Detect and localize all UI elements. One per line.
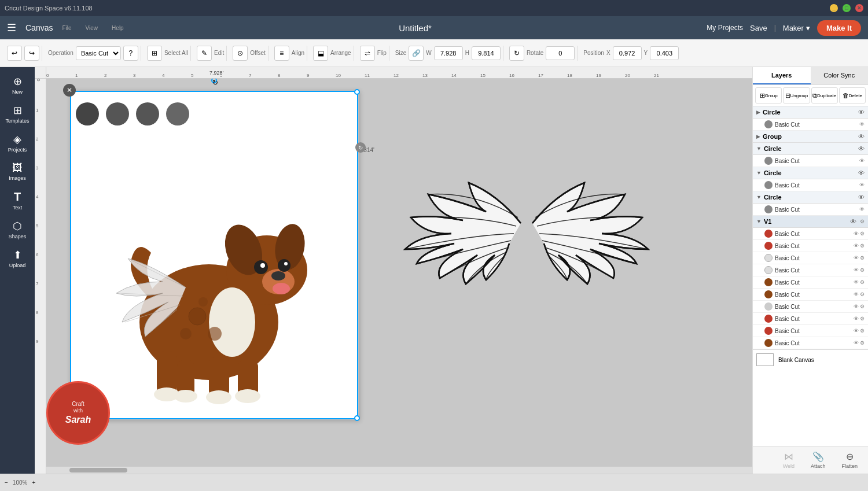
sidebar-item-shapes[interactable]: ⬡ Shapes	[2, 216, 32, 243]
canvas-rotate-handle[interactable]: ↻	[355, 142, 366, 153]
maximize-button[interactable]: □	[843, 4, 851, 12]
eye-icon-circle-3[interactable]: 👁	[858, 169, 865, 176]
eye-small-v1-5[interactable]: 👁	[854, 279, 859, 285]
eye-icon-circle-4[interactable]: 👁	[858, 194, 865, 201]
layer-group-circle-4[interactable]: ▼ Circle 👁	[753, 191, 868, 204]
layer-group-v1[interactable]: ▼ V1 👁 ⚙	[753, 216, 868, 228]
handle-rotate[interactable]: ↻	[211, 79, 217, 83]
position-x-input[interactable]	[613, 46, 642, 60]
arrange-button[interactable]: ⬓	[313, 46, 328, 61]
eye-small-v1-10[interactable]: 👁	[854, 340, 859, 346]
eye-small-icon-3[interactable]: 👁	[859, 182, 865, 188]
v1-extra-icon[interactable]: ⚙	[860, 219, 865, 224]
layer-item-circle-4-cut[interactable]: Basic Cut 👁	[753, 204, 868, 216]
gear-small-v1-3[interactable]: ⚙	[860, 255, 865, 261]
eye-small-v1-9[interactable]: 👁	[854, 328, 859, 334]
layer-item-v1-3[interactable]: Basic Cut 👁 ⚙	[753, 252, 868, 264]
eye-small-icon[interactable]: 👁	[859, 121, 865, 127]
zoom-out-button[interactable]: −	[5, 479, 8, 486]
layer-group-circle-2[interactable]: ▼ Circle 👁	[753, 143, 868, 155]
handle-bottom-right[interactable]	[354, 415, 360, 421]
layer-item-circle-1-cut[interactable]: Basic Cut 👁	[753, 119, 868, 131]
eye-small-icon-2[interactable]: 👁	[859, 158, 865, 164]
eye-small-v1-3[interactable]: 👁	[854, 255, 859, 261]
layer-item-v1-9[interactable]: Basic Cut 👁 ⚙	[753, 325, 868, 337]
sidebar-item-text[interactable]: T Text	[2, 187, 32, 214]
layer-group-circle-3[interactable]: ▼ Circle 👁	[753, 167, 868, 179]
flip-button[interactable]: ⇌	[360, 46, 375, 61]
tab-color-sync[interactable]: Color Sync	[811, 67, 869, 84]
gear-small-v1-5[interactable]: ⚙	[860, 279, 865, 285]
size-w-input[interactable]	[434, 46, 463, 60]
layer-group-group[interactable]: ▶ Group 👁	[753, 131, 868, 143]
gear-small-v1-10[interactable]: ⚙	[860, 340, 865, 346]
layer-item-v1-1[interactable]: Basic Cut 👁 ⚙	[753, 228, 868, 240]
sidebar-item-templates[interactable]: ⊞ Templates	[2, 101, 32, 127]
layer-item-v1-6[interactable]: Basic Cut 👁 ⚙	[753, 289, 868, 301]
canvas-area[interactable]: 0 1 2 3 4 5 6 7 8 9 10 11 12 13 14 15 16…	[35, 67, 752, 474]
gear-small-v1-9[interactable]: ⚙	[860, 328, 865, 334]
redo-button[interactable]: ↪	[24, 46, 39, 61]
edit-button[interactable]: ✎	[197, 46, 212, 61]
eye-icon-circle-2[interactable]: 👁	[858, 145, 865, 152]
undo-button[interactable]: ↩	[7, 46, 22, 61]
sidebar-item-images[interactable]: 🖼 Images	[2, 158, 32, 184]
layer-item-v1-10[interactable]: Basic Cut 👁 ⚙	[753, 337, 868, 349]
offset-button[interactable]: ⊙	[233, 46, 248, 61]
close-button[interactable]: ✕	[855, 4, 863, 12]
attach-button[interactable]: 📎 Attach	[805, 449, 832, 471]
layer-item-circle-3-cut[interactable]: Basic Cut 👁	[753, 179, 868, 191]
layer-item-v1-5[interactable]: Basic Cut 👁 ⚙	[753, 276, 868, 289]
eye-small-v1-2[interactable]: 👁	[854, 243, 859, 249]
weld-button[interactable]: ⋈ Weld	[777, 449, 800, 471]
gear-small-v1-7[interactable]: ⚙	[860, 304, 865, 309]
duplicate-button[interactable]: ⧉ Duplicate	[811, 87, 838, 104]
eye-small-icon-4[interactable]: 👁	[859, 206, 865, 212]
eye-small-v1-7[interactable]: 👁	[854, 304, 859, 309]
gear-small-v1-4[interactable]: ⚙	[860, 267, 865, 273]
eye-icon-v1[interactable]: 👁	[850, 218, 856, 225]
layer-item-v1-8[interactable]: Basic Cut 👁 ⚙	[753, 313, 868, 325]
maker-button[interactable]: Maker ▾	[783, 24, 810, 32]
nav-help[interactable]: Help	[112, 25, 124, 31]
rotate-icon-button[interactable]: ↻	[509, 46, 524, 61]
minimize-button[interactable]: _	[830, 4, 838, 12]
layer-group-circle-1[interactable]: ▶ Circle 👁	[753, 106, 868, 119]
size-h-input[interactable]	[472, 46, 501, 60]
ungroup-button[interactable]: ⊟ Ungroup	[783, 87, 810, 104]
handle-top-right[interactable]	[354, 89, 360, 95]
layer-item-v1-4[interactable]: Basic Cut 👁 ⚙	[753, 264, 868, 276]
sidebar-item-upload[interactable]: ⬆ Upload	[2, 245, 32, 272]
layers-list[interactable]: ▶ Circle 👁 Basic Cut 👁 ▶ Group 👁 ▼ Cir	[753, 106, 868, 446]
align-button[interactable]: ≡	[274, 46, 289, 61]
hamburger-menu[interactable]: ☰	[7, 21, 16, 34]
nav-file[interactable]: File	[62, 25, 71, 31]
canvas-close-button[interactable]: ✕	[63, 84, 76, 97]
operation-help-button[interactable]: ?	[123, 46, 138, 61]
eye-small-v1-8[interactable]: 👁	[854, 316, 859, 322]
eye-icon-circle-1[interactable]: 👁	[858, 109, 865, 116]
eye-icon-group[interactable]: 👁	[858, 133, 865, 140]
nav-view[interactable]: View	[86, 25, 98, 31]
zoom-in-button[interactable]: +	[32, 479, 35, 486]
position-y-input[interactable]	[650, 46, 679, 60]
sidebar-item-new[interactable]: ⊕ New	[2, 72, 32, 98]
sidebar-item-projects[interactable]: ◈ Projects	[2, 130, 32, 156]
gear-small-v1-8[interactable]: ⚙	[860, 316, 865, 322]
layer-item-circle-2-cut[interactable]: Basic Cut 👁	[753, 155, 868, 167]
operation-select[interactable]: Basic Cut	[76, 46, 121, 60]
canvas-page[interactable]: ✕ ↻	[69, 90, 359, 420]
layer-item-v1-7[interactable]: Basic Cut 👁 ⚙	[753, 301, 868, 313]
eye-small-v1-4[interactable]: 👁	[854, 267, 859, 273]
h-scrollbar-thumb[interactable]	[69, 468, 127, 472]
gear-small-v1-6[interactable]: ⚙	[860, 291, 865, 297]
select-all-button[interactable]: ⊞	[147, 46, 162, 61]
group-button[interactable]: ⊞ Group	[755, 87, 782, 104]
delete-button[interactable]: 🗑 Delete	[839, 87, 866, 104]
h-scrollbar[interactable]	[46, 467, 752, 474]
make-it-button[interactable]: Make It	[817, 20, 861, 36]
save-button[interactable]: Save	[750, 24, 767, 32]
tab-layers[interactable]: Layers	[753, 67, 811, 84]
lock-aspect-button[interactable]: 🔗	[409, 46, 424, 61]
layer-item-v1-2[interactable]: Basic Cut 👁 ⚙	[753, 240, 868, 252]
